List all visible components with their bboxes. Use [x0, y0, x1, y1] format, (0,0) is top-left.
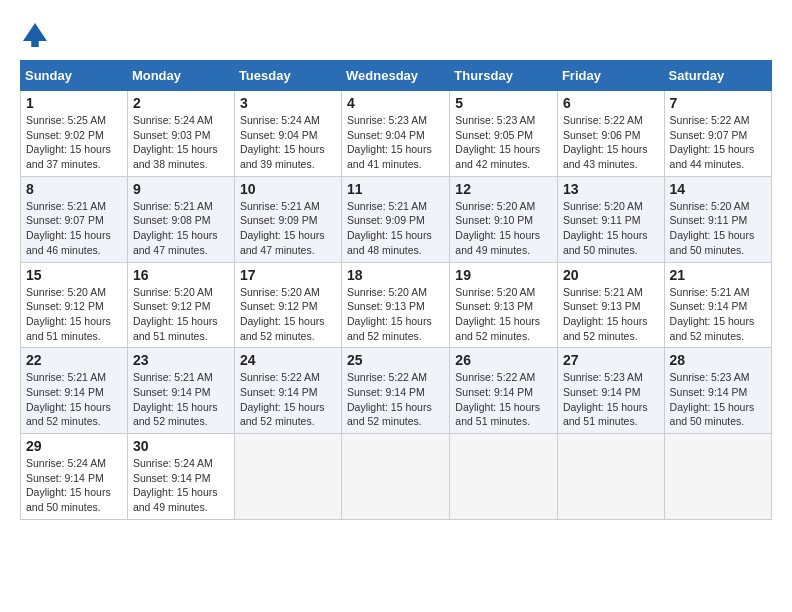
- day-detail: Sunrise: 5:21 AMSunset: 9:08 PMDaylight:…: [133, 200, 218, 256]
- week-row-5: 29 Sunrise: 5:24 AMSunset: 9:14 PMDaylig…: [21, 434, 772, 520]
- logo-icon: [20, 20, 50, 50]
- calendar-cell: [664, 434, 771, 520]
- calendar-cell: 29 Sunrise: 5:24 AMSunset: 9:14 PMDaylig…: [21, 434, 128, 520]
- day-detail: Sunrise: 5:20 AMSunset: 9:13 PMDaylight:…: [455, 286, 540, 342]
- day-detail: Sunrise: 5:22 AMSunset: 9:14 PMDaylight:…: [240, 371, 325, 427]
- day-detail: Sunrise: 5:20 AMSunset: 9:13 PMDaylight:…: [347, 286, 432, 342]
- logo: [20, 20, 54, 50]
- calendar-cell: 17 Sunrise: 5:20 AMSunset: 9:12 PMDaylig…: [234, 262, 341, 348]
- calendar-cell: 24 Sunrise: 5:22 AMSunset: 9:14 PMDaylig…: [234, 348, 341, 434]
- calendar-cell: 7 Sunrise: 5:22 AMSunset: 9:07 PMDayligh…: [664, 91, 771, 177]
- calendar-cell: 21 Sunrise: 5:21 AMSunset: 9:14 PMDaylig…: [664, 262, 771, 348]
- week-row-2: 8 Sunrise: 5:21 AMSunset: 9:07 PMDayligh…: [21, 176, 772, 262]
- calendar-cell: 27 Sunrise: 5:23 AMSunset: 9:14 PMDaylig…: [557, 348, 664, 434]
- calendar-cell: 10 Sunrise: 5:21 AMSunset: 9:09 PMDaylig…: [234, 176, 341, 262]
- calendar-cell: [450, 434, 558, 520]
- calendar-cell: 23 Sunrise: 5:21 AMSunset: 9:14 PMDaylig…: [127, 348, 234, 434]
- calendar-cell: 30 Sunrise: 5:24 AMSunset: 9:14 PMDaylig…: [127, 434, 234, 520]
- day-number: 10: [240, 181, 336, 197]
- calendar-cell: 15 Sunrise: 5:20 AMSunset: 9:12 PMDaylig…: [21, 262, 128, 348]
- day-number: 1: [26, 95, 122, 111]
- day-detail: Sunrise: 5:23 AMSunset: 9:14 PMDaylight:…: [563, 371, 648, 427]
- calendar-cell: 3 Sunrise: 5:24 AMSunset: 9:04 PMDayligh…: [234, 91, 341, 177]
- day-detail: Sunrise: 5:20 AMSunset: 9:12 PMDaylight:…: [133, 286, 218, 342]
- day-detail: Sunrise: 5:20 AMSunset: 9:10 PMDaylight:…: [455, 200, 540, 256]
- calendar-cell: [234, 434, 341, 520]
- column-header-saturday: Saturday: [664, 61, 771, 91]
- day-detail: Sunrise: 5:24 AMSunset: 9:14 PMDaylight:…: [133, 457, 218, 513]
- day-number: 29: [26, 438, 122, 454]
- day-detail: Sunrise: 5:25 AMSunset: 9:02 PMDaylight:…: [26, 114, 111, 170]
- calendar-table: SundayMondayTuesdayWednesdayThursdayFrid…: [20, 60, 772, 520]
- day-number: 23: [133, 352, 229, 368]
- day-number: 26: [455, 352, 552, 368]
- calendar-cell: 28 Sunrise: 5:23 AMSunset: 9:14 PMDaylig…: [664, 348, 771, 434]
- calendar-cell: 11 Sunrise: 5:21 AMSunset: 9:09 PMDaylig…: [342, 176, 450, 262]
- calendar-cell: 16 Sunrise: 5:20 AMSunset: 9:12 PMDaylig…: [127, 262, 234, 348]
- day-number: 20: [563, 267, 659, 283]
- day-detail: Sunrise: 5:24 AMSunset: 9:03 PMDaylight:…: [133, 114, 218, 170]
- day-detail: Sunrise: 5:22 AMSunset: 9:06 PMDaylight:…: [563, 114, 648, 170]
- column-header-thursday: Thursday: [450, 61, 558, 91]
- day-detail: Sunrise: 5:24 AMSunset: 9:04 PMDaylight:…: [240, 114, 325, 170]
- day-detail: Sunrise: 5:21 AMSunset: 9:13 PMDaylight:…: [563, 286, 648, 342]
- day-number: 28: [670, 352, 766, 368]
- day-number: 30: [133, 438, 229, 454]
- calendar-cell: 18 Sunrise: 5:20 AMSunset: 9:13 PMDaylig…: [342, 262, 450, 348]
- calendar-cell: 22 Sunrise: 5:21 AMSunset: 9:14 PMDaylig…: [21, 348, 128, 434]
- calendar-cell: 26 Sunrise: 5:22 AMSunset: 9:14 PMDaylig…: [450, 348, 558, 434]
- calendar-cell: 6 Sunrise: 5:22 AMSunset: 9:06 PMDayligh…: [557, 91, 664, 177]
- day-detail: Sunrise: 5:20 AMSunset: 9:11 PMDaylight:…: [563, 200, 648, 256]
- calendar-cell: 19 Sunrise: 5:20 AMSunset: 9:13 PMDaylig…: [450, 262, 558, 348]
- calendar-cell: 25 Sunrise: 5:22 AMSunset: 9:14 PMDaylig…: [342, 348, 450, 434]
- column-header-tuesday: Tuesday: [234, 61, 341, 91]
- day-number: 22: [26, 352, 122, 368]
- day-number: 8: [26, 181, 122, 197]
- day-number: 4: [347, 95, 444, 111]
- day-detail: Sunrise: 5:24 AMSunset: 9:14 PMDaylight:…: [26, 457, 111, 513]
- day-number: 14: [670, 181, 766, 197]
- day-detail: Sunrise: 5:21 AMSunset: 9:07 PMDaylight:…: [26, 200, 111, 256]
- calendar-cell: [342, 434, 450, 520]
- day-number: 2: [133, 95, 229, 111]
- column-header-wednesday: Wednesday: [342, 61, 450, 91]
- day-number: 17: [240, 267, 336, 283]
- week-row-3: 15 Sunrise: 5:20 AMSunset: 9:12 PMDaylig…: [21, 262, 772, 348]
- day-detail: Sunrise: 5:22 AMSunset: 9:14 PMDaylight:…: [455, 371, 540, 427]
- day-number: 13: [563, 181, 659, 197]
- day-number: 19: [455, 267, 552, 283]
- calendar-cell: 13 Sunrise: 5:20 AMSunset: 9:11 PMDaylig…: [557, 176, 664, 262]
- calendar-cell: 14 Sunrise: 5:20 AMSunset: 9:11 PMDaylig…: [664, 176, 771, 262]
- calendar-cell: 4 Sunrise: 5:23 AMSunset: 9:04 PMDayligh…: [342, 91, 450, 177]
- calendar-header-row: SundayMondayTuesdayWednesdayThursdayFrid…: [21, 61, 772, 91]
- day-number: 16: [133, 267, 229, 283]
- day-detail: Sunrise: 5:21 AMSunset: 9:14 PMDaylight:…: [26, 371, 111, 427]
- day-number: 12: [455, 181, 552, 197]
- day-detail: Sunrise: 5:23 AMSunset: 9:05 PMDaylight:…: [455, 114, 540, 170]
- calendar-cell: 1 Sunrise: 5:25 AMSunset: 9:02 PMDayligh…: [21, 91, 128, 177]
- column-header-monday: Monday: [127, 61, 234, 91]
- day-number: 7: [670, 95, 766, 111]
- day-detail: Sunrise: 5:21 AMSunset: 9:14 PMDaylight:…: [133, 371, 218, 427]
- column-header-sunday: Sunday: [21, 61, 128, 91]
- column-header-friday: Friday: [557, 61, 664, 91]
- calendar-cell: 12 Sunrise: 5:20 AMSunset: 9:10 PMDaylig…: [450, 176, 558, 262]
- svg-rect-2: [31, 41, 39, 47]
- calendar-cell: 20 Sunrise: 5:21 AMSunset: 9:13 PMDaylig…: [557, 262, 664, 348]
- day-detail: Sunrise: 5:20 AMSunset: 9:12 PMDaylight:…: [240, 286, 325, 342]
- day-detail: Sunrise: 5:20 AMSunset: 9:12 PMDaylight:…: [26, 286, 111, 342]
- week-row-1: 1 Sunrise: 5:25 AMSunset: 9:02 PMDayligh…: [21, 91, 772, 177]
- day-detail: Sunrise: 5:20 AMSunset: 9:11 PMDaylight:…: [670, 200, 755, 256]
- day-detail: Sunrise: 5:21 AMSunset: 9:09 PMDaylight:…: [347, 200, 432, 256]
- calendar-cell: [557, 434, 664, 520]
- svg-marker-1: [23, 23, 47, 41]
- calendar-cell: 2 Sunrise: 5:24 AMSunset: 9:03 PMDayligh…: [127, 91, 234, 177]
- day-number: 24: [240, 352, 336, 368]
- day-detail: Sunrise: 5:22 AMSunset: 9:07 PMDaylight:…: [670, 114, 755, 170]
- day-number: 27: [563, 352, 659, 368]
- day-number: 6: [563, 95, 659, 111]
- day-number: 3: [240, 95, 336, 111]
- day-detail: Sunrise: 5:21 AMSunset: 9:09 PMDaylight:…: [240, 200, 325, 256]
- day-number: 18: [347, 267, 444, 283]
- day-number: 11: [347, 181, 444, 197]
